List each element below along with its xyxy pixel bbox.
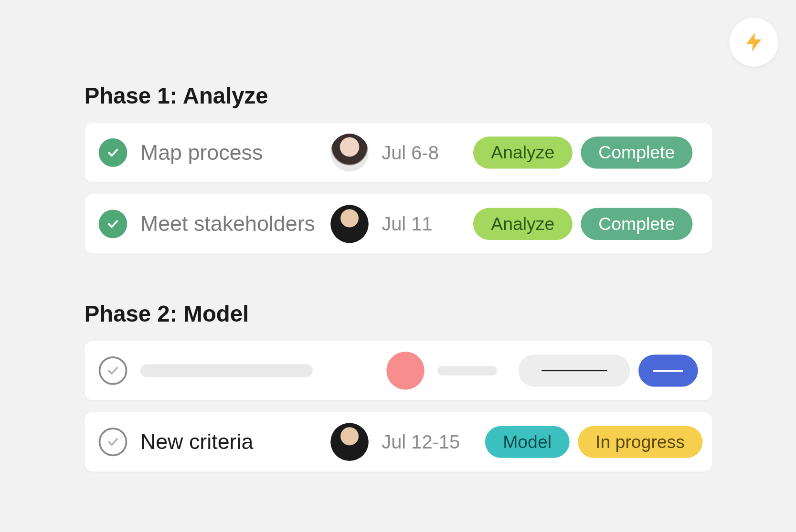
complete-toggle[interactable] [99, 209, 127, 238]
assignee-avatar[interactable] [330, 134, 369, 172]
phase-title: Phase 2: Model [85, 301, 712, 327]
bolt-icon [743, 31, 765, 53]
task-name[interactable]: Map process [140, 140, 330, 165]
phase-tag[interactable]: Analyze [473, 136, 573, 168]
task-date[interactable]: Jul 12-15 [382, 431, 477, 453]
task-name[interactable]: Meet stakeholders [140, 211, 330, 236]
task-row[interactable]: New criteria Jul 12-15 Model In progress [85, 412, 712, 471]
task-date[interactable]: Jul 6-8 [382, 142, 465, 164]
check-icon [106, 217, 120, 231]
task-row[interactable]: Map process Jul 6-8 Analyze Complete [85, 123, 712, 182]
task-row-placeholder[interactable] [85, 341, 712, 400]
phase-tag[interactable]: Model [485, 426, 569, 458]
complete-toggle[interactable] [99, 356, 127, 385]
phase-title: Phase 1: Analyze [85, 83, 712, 109]
task-name[interactable]: New criteria [140, 429, 330, 454]
assignee-avatar-placeholder[interactable] [386, 352, 425, 390]
status-tag[interactable]: In progress [578, 426, 703, 458]
status-tag[interactable]: Complete [581, 208, 693, 240]
task-name-placeholder [140, 364, 313, 377]
status-tag[interactable]: Complete [581, 136, 693, 168]
phase-tag-placeholder[interactable] [519, 355, 630, 386]
complete-toggle[interactable] [99, 138, 127, 167]
task-board-canvas: Phase 1: Analyze Map process Jul 6-8 Ana… [0, 0, 796, 531]
assignee-avatar[interactable] [330, 205, 369, 243]
task-row[interactable]: Meet stakeholders Jul 11 Analyze Complet… [85, 194, 712, 253]
task-date-placeholder [437, 366, 497, 376]
check-icon [106, 435, 120, 449]
phase-tag[interactable]: Analyze [473, 208, 573, 240]
complete-toggle[interactable] [99, 428, 127, 456]
task-date[interactable]: Jul 11 [382, 213, 465, 235]
automation-bolt-button[interactable] [730, 18, 778, 66]
check-icon [106, 146, 120, 160]
content-area: Phase 1: Analyze Map process Jul 6-8 Ana… [85, 83, 712, 483]
check-icon [106, 364, 120, 378]
assignee-avatar[interactable] [330, 423, 369, 461]
status-tag-placeholder[interactable] [638, 355, 698, 386]
